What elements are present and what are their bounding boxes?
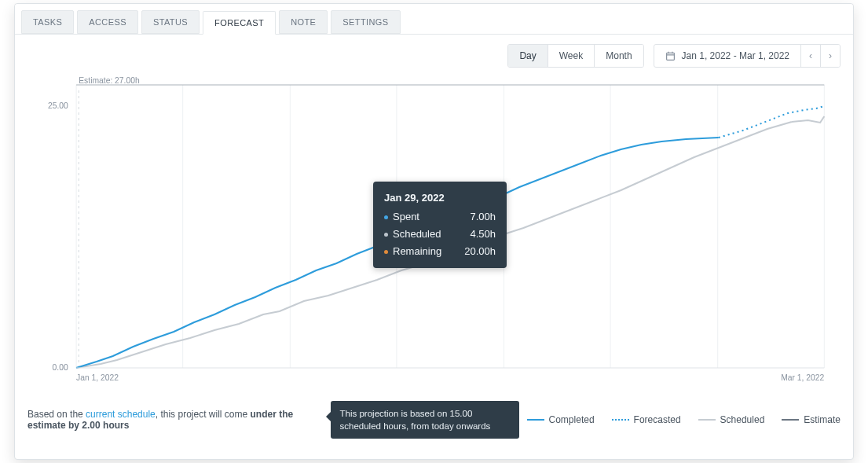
legend-estimate: Estimate [782, 414, 841, 425]
tooltip-title: Jan 29, 2022 [384, 189, 496, 207]
svg-text:0.00: 0.00 [53, 363, 68, 372]
estimate-label: Estimate: 27.00h [79, 77, 140, 85]
date-range-prev[interactable]: ‹ [801, 45, 821, 67]
dot-icon [384, 215, 388, 219]
svg-text:25.00: 25.00 [48, 101, 68, 110]
dot-icon [384, 233, 388, 237]
projection-summary: Based on the current schedule, this proj… [27, 409, 323, 431]
tab-settings[interactable]: SETTINGS [331, 10, 400, 34]
date-range-label: Jan 1, 2022 - Mar 1, 2022 [682, 50, 789, 61]
forecast-chart[interactable]: Estimate: 27.00h 0.00 25.00 Jan 1, 2022 … [27, 77, 841, 391]
tooltip-row-scheduled: Scheduled 4.50h [384, 226, 496, 243]
tab-status[interactable]: STATUS [141, 10, 200, 34]
date-range-next[interactable]: › [821, 45, 840, 67]
legend-scheduled: Scheduled [698, 414, 765, 425]
granularity-week[interactable]: Week [548, 45, 595, 67]
series-scheduled-tail [792, 116, 824, 123]
tab-forecast[interactable]: FORECAST [203, 11, 276, 35]
tab-access[interactable]: ACCESS [77, 10, 138, 34]
projection-tooltip: This projection is based on 15.00 schedu… [331, 401, 519, 439]
tooltip-row-spent: Spent 7.00h [384, 208, 496, 226]
chart-tooltip: Jan 29, 2022 Spent 7.00h Scheduled 4.50h… [373, 182, 507, 268]
date-range-picker: Jan 1, 2022 - Mar 1, 2022 ‹ › [654, 44, 841, 68]
chart-legend: Completed Forecasted Scheduled Estimate [527, 414, 841, 425]
tab-bar: TASKS ACCESS STATUS FORECAST NOTE SETTIN… [15, 4, 853, 35]
current-schedule-link[interactable]: current schedule [86, 409, 156, 420]
granularity-segmented: Day Week Month [507, 44, 643, 68]
tab-note[interactable]: NOTE [279, 10, 328, 34]
svg-text:Jan 1, 2022: Jan 1, 2022 [76, 373, 119, 382]
date-range-button[interactable]: Jan 1, 2022 - Mar 1, 2022 [654, 45, 801, 67]
panel: TASKS ACCESS STATUS FORECAST NOTE SETTIN… [14, 3, 854, 460]
footer: Based on the current schedule, this proj… [15, 391, 853, 451]
calendar-icon [665, 51, 676, 61]
svg-text:Mar 1, 2022: Mar 1, 2022 [781, 373, 824, 382]
granularity-month[interactable]: Month [595, 45, 643, 67]
tooltip-row-remaining: Remaining 20.00h [384, 243, 496, 260]
legend-completed: Completed [527, 414, 595, 425]
dot-icon [384, 250, 388, 254]
legend-forecasted: Forecasted [612, 414, 681, 425]
tab-tasks[interactable]: TASKS [21, 10, 74, 34]
toolbar: Day Week Month Jan 1, 2022 - Mar 1, 2022… [15, 35, 853, 68]
series-forecasted [719, 106, 825, 138]
svg-rect-0 [666, 53, 674, 60]
granularity-day[interactable]: Day [508, 45, 548, 67]
